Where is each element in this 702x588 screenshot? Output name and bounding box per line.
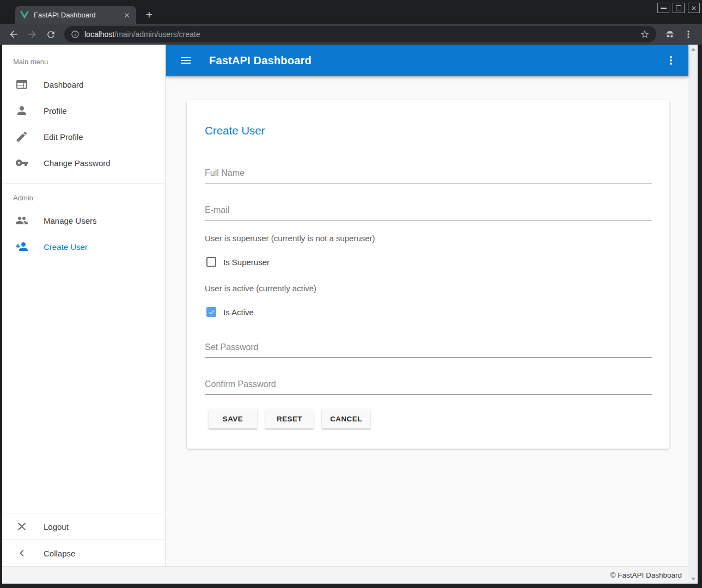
sidebar-item-label: Change Password: [44, 158, 111, 168]
browser-toolbar: localhost/main/admin/users/create: [0, 24, 702, 45]
close-icon: [15, 520, 28, 533]
window-controls: [657, 3, 700, 13]
pencil-icon: [15, 130, 28, 143]
window-minimize-button[interactable]: [657, 3, 669, 13]
active-hint: User is active (currently active): [205, 284, 316, 293]
is-superuser-checkbox[interactable]: Is Superuser: [206, 256, 270, 267]
window-close-button[interactable]: [688, 3, 700, 13]
key-icon: [15, 156, 28, 169]
app-header: FastAPI Dashboard: [166, 45, 688, 76]
cancel-button[interactable]: CANCEL: [322, 409, 370, 428]
dashboard-icon: [15, 78, 28, 91]
new-tab-button[interactable]: +: [142, 8, 156, 22]
browser-menu-button[interactable]: [681, 27, 696, 42]
checkbox-label: Is Superuser: [223, 258, 270, 267]
person-add-icon: [15, 240, 28, 253]
sidebar-item-edit-profile[interactable]: Edit Profile: [2, 124, 165, 150]
sidebar-item-change-password[interactable]: Change Password: [2, 150, 165, 176]
close-window-icon: [691, 5, 697, 11]
app-title: FastAPI Dashboard: [209, 54, 312, 67]
sidebar-item-label: Manage Users: [44, 216, 97, 225]
sidebar-item-label: Create User: [44, 242, 88, 252]
browser-window: FastAPI Dashboard + localhost/main/admin…: [0, 0, 702, 588]
sidebar-item-label: Profile: [44, 106, 67, 115]
sidebar-section-admin: Admin: [2, 184, 165, 207]
sidebar-item-logout[interactable]: Logout: [2, 513, 165, 540]
hamburger-menu-button[interactable]: [179, 54, 192, 67]
sidebar-item-manage-users[interactable]: Manage Users: [2, 207, 165, 234]
minimize-icon: [661, 8, 667, 9]
overflow-menu-button[interactable]: [664, 54, 677, 67]
checkbox-label: Is Active: [223, 308, 254, 317]
sidebar-item-dashboard[interactable]: Dashboard: [2, 71, 165, 97]
scroll-up-button[interactable]: [691, 48, 695, 51]
page-content: Main menu Dashboard Profile Edit Profile: [2, 45, 698, 584]
sidebar-item-profile[interactable]: Profile: [2, 97, 165, 124]
window-maximize-button[interactable]: [673, 3, 685, 13]
email-input[interactable]: [205, 205, 652, 220]
scroll-down-button[interactable]: [691, 578, 695, 580]
tab-title: FastAPI Dashboard: [34, 11, 119, 19]
maximize-icon: [676, 5, 681, 10]
set-password-input[interactable]: [205, 342, 652, 358]
url-host: localhost: [84, 30, 114, 39]
browser-tab[interactable]: FastAPI Dashboard: [15, 6, 136, 24]
confirm-password-input[interactable]: [205, 379, 652, 395]
checkbox-unchecked-icon: [206, 257, 216, 267]
reset-button[interactable]: RESET: [265, 409, 314, 428]
page-footer: © FastAPI Dashboard: [2, 566, 688, 584]
sidebar-section-main-menu: Main menu: [2, 45, 165, 71]
people-icon: [15, 214, 28, 227]
sidebar-item-label: Dashboard: [44, 80, 83, 89]
forward-button[interactable]: [25, 27, 40, 42]
back-button[interactable]: [6, 27, 21, 42]
incognito-icon: [662, 27, 677, 42]
url-bar[interactable]: localhost/main/admin/users/create: [64, 26, 656, 42]
scrollbar[interactable]: [688, 45, 698, 584]
is-active-checkbox[interactable]: Is Active: [206, 307, 254, 317]
page-title: Create User: [205, 124, 265, 137]
create-user-card: Create User User is superuser (currently…: [187, 100, 669, 449]
browser-titlebar: FastAPI Dashboard +: [0, 0, 702, 24]
save-button[interactable]: SAVE: [209, 409, 257, 428]
sidebar-item-label: Edit Profile: [44, 132, 83, 142]
sidebar-bottom: Logout Collapse: [2, 513, 165, 566]
full-name-input[interactable]: [205, 168, 652, 183]
checkbox-checked-icon: [206, 307, 216, 317]
url-text: localhost/main/admin/users/create: [84, 30, 640, 39]
site-info-icon[interactable]: [71, 30, 80, 39]
vue-favicon-icon: [20, 11, 29, 19]
sidebar-item-label: Collapse: [44, 549, 75, 558]
person-icon: [15, 104, 28, 117]
reload-button[interactable]: [43, 27, 58, 42]
url-path: /main/admin/users/create: [114, 30, 200, 39]
sidebar-item-create-user[interactable]: Create User: [2, 234, 165, 260]
footer-copyright: © FastAPI Dashboard: [610, 571, 682, 579]
form-actions: SAVE RESET CANCEL: [209, 409, 379, 428]
bookmark-star-icon[interactable]: [640, 29, 650, 39]
main-area: FastAPI Dashboard Create User User is su…: [166, 45, 688, 566]
chevron-left-icon: [15, 547, 28, 560]
superuser-hint: User is superuser (currently is not a su…: [205, 234, 375, 243]
sidebar-item-label: Logout: [44, 522, 69, 531]
sidebar: Main menu Dashboard Profile Edit Profile: [2, 45, 166, 566]
sidebar-item-collapse[interactable]: Collapse: [2, 540, 165, 566]
tab-close-icon[interactable]: [122, 10, 132, 20]
